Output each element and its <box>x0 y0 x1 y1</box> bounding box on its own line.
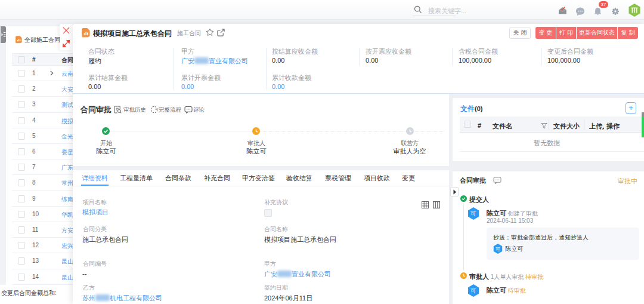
svg-text:可: 可 <box>470 210 476 217</box>
svg-text:可: 可 <box>470 287 476 294</box>
svg-text:可: 可 <box>496 247 500 252</box>
